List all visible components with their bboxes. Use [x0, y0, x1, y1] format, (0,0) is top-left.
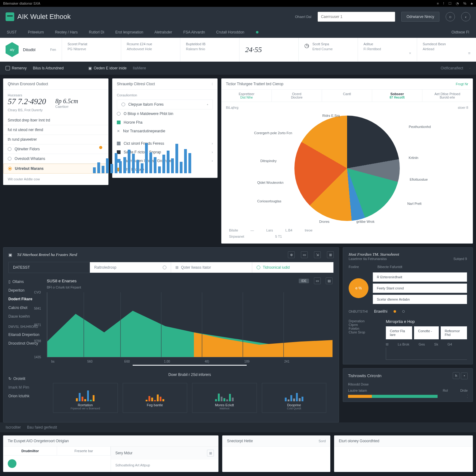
list-item[interactable]: ✕Nor Transardutinepeardie	[117, 127, 213, 135]
header-link[interactable]: Ohaerl Dal	[295, 15, 311, 19]
mini-card[interactable]: Feg bantle	[123, 383, 187, 413]
filter-cell[interactable]: ⊞Qoter liwass Itator	[171, 262, 252, 273]
field[interactable]: Feety Stant crond	[373, 284, 467, 293]
more-icon[interactable]: ⁝	[212, 82, 213, 86]
side-nav-item[interactable]: Orion Ictuthk	[8, 392, 42, 400]
panel-link[interactable]: Sutqed 9	[453, 257, 467, 261]
action-icon[interactable]: ▭	[301, 251, 308, 258]
tray-icon[interactable]: ☐	[448, 2, 452, 6]
mini-card[interactable]: DooprineCold Quridt	[262, 383, 327, 413]
dot-icon	[402, 310, 405, 313]
tab[interactable]: Cantl	[322, 90, 372, 102]
bullet-label: Braellhi	[374, 309, 387, 314]
nav-tab[interactable]: Priteelurn	[27, 30, 45, 34]
progress-bar	[348, 395, 468, 398]
chart-action-icon[interactable]: ▤	[326, 277, 333, 284]
menu-icon[interactable]: ≡	[468, 51, 470, 55]
field[interactable]: R Etrterenirdhwit	[373, 272, 467, 282]
crumb[interactable]: Bau faied gerfestit	[27, 425, 57, 430]
grid-label[interactable]: Fotebn	[349, 327, 380, 330]
crumb[interactable]: ▣Oeden E idoer inide	[88, 66, 126, 70]
search-input[interactable]	[318, 12, 395, 22]
nav-right[interactable]: Oidtwoe Fl	[450, 30, 470, 34]
tab[interactable]: Drudmiltor	[3, 447, 57, 455]
grid-label[interactable]: Ctprm	[349, 323, 380, 327]
radio-icon	[117, 112, 121, 116]
grid-label[interactable]: Cture Srop	[349, 330, 380, 334]
tab[interactable]: EspretteerDist Nihe	[222, 90, 272, 102]
list-item[interactable]: Ovestodt Whatans	[3, 154, 108, 164]
nav-tab[interactable]: Reotey / Hars	[54, 30, 79, 34]
list-item[interactable]: Smrdtot drep ltoer Innt trd	[3, 116, 108, 125]
action-icon[interactable]: ⊕	[288, 251, 295, 258]
side-nav-item[interactable]: Dodert Fikare	[8, 295, 42, 303]
action-icon[interactable]: ⇲	[314, 251, 321, 258]
field[interactable]: Scelsr dterere Ardabn	[373, 295, 467, 304]
crumb[interactable]: IlaMiere	[133, 66, 146, 70]
mini-card[interactable]: Mores EckdtWalrivot	[192, 383, 257, 413]
chevron-right-icon[interactable]: ›	[212, 159, 213, 163]
crumb-right[interactable]: Oidficanaflect	[441, 66, 463, 70]
list-item[interactable]: O Bitop n Matdewere Phbt bin	[117, 109, 213, 118]
filter-cell[interactable]: Tidroonical iudid	[252, 262, 333, 273]
chevron-icon[interactable]: ·	[469, 66, 470, 70]
list-item[interactable]: Clepyue ltalorn Fores◦	[117, 99, 213, 109]
tab-active[interactable]: Sobseer87 Hecotft	[372, 90, 422, 102]
input[interactable]: Conotte -	[414, 326, 439, 339]
panel-title: Host Frordten TM. Sturnohnret	[349, 252, 399, 257]
tab[interactable]: Freserte bar	[57, 447, 111, 455]
home-crumb[interactable]: Remervy	[6, 66, 27, 70]
tray-icon[interactable]: %	[463, 2, 466, 6]
nav-tab[interactable]: Erot lesprseation	[114, 30, 144, 34]
status-panel: Host Frordten TM. Sturnohnret Lasetrrer …	[343, 247, 473, 364]
close-icon[interactable]: ×	[409, 51, 411, 55]
stat-label: Ditodbl	[23, 47, 35, 52]
nav-tab[interactable]: FSA Alrvardn	[182, 30, 206, 34]
nav-tab[interactable]: SUST	[6, 30, 18, 34]
chart-action-icon[interactable]: ▭	[314, 277, 321, 284]
expand-icon[interactable]: ⊞	[207, 450, 214, 456]
stat-meta: Fen	[50, 48, 56, 51]
primary-action-button[interactable]: Odrwiarve Nrecy	[401, 12, 439, 22]
nav-tab[interactable]: Aletralsder	[153, 30, 173, 34]
action-icon[interactable]: ∘	[461, 372, 468, 379]
input[interactable]: Certor Fla lare	[386, 326, 412, 339]
axis-label: Ls Brok	[398, 342, 409, 346]
legend-item[interactable]: Horore Fha	[117, 118, 213, 127]
tray-icon[interactable]: ≡	[437, 2, 439, 6]
mini-card[interactable]: RorrtationFrpanod ver u Boersord	[53, 383, 118, 413]
help-icon[interactable]: ○	[446, 12, 455, 21]
filter-cell[interactable]: DATESST	[9, 262, 90, 273]
action-icon[interactable]: ⊞	[327, 251, 334, 258]
grid-label[interactable]: Drperation	[349, 319, 380, 323]
list-item[interactable]: Qtirwiter Fidors	[3, 144, 108, 154]
nav-tab[interactable]: Rutlorl Di	[88, 30, 105, 34]
list-item[interactable]: fut rst uteod ner tfend	[3, 125, 108, 135]
action-icon[interactable]: h	[453, 372, 460, 379]
side-nav-item[interactable]: Eitarodi Drepertion	[8, 330, 42, 339]
nav-tab[interactable]: Crutall Horoddon	[215, 30, 246, 34]
crumb[interactable]: Bilus ls Arbundned	[33, 66, 64, 70]
list-item[interactable]: th rund plaveetrer	[3, 135, 108, 144]
tray-icon[interactable]: !	[443, 2, 444, 6]
card-link[interactable]: Sord	[319, 439, 326, 443]
tab[interactable]: OcerdDioctore	[272, 90, 322, 102]
brand-icon	[6, 12, 14, 21]
filter-icon: ⊞	[175, 265, 178, 270]
card-footer: Wit couter Addte cow	[3, 174, 108, 185]
slider-track[interactable]	[133, 365, 247, 366]
user-icon[interactable]: ‹	[461, 12, 470, 21]
input[interactable]: Refeornor Fhd	[441, 326, 467, 339]
list-item-selected[interactable]: Urtrebut Marans	[3, 164, 108, 174]
chevron-right-icon[interactable]: ›	[212, 150, 213, 154]
side-nav-item[interactable]: Imark M Pim	[8, 383, 42, 392]
chevron-right-icon[interactable]: ›	[212, 141, 213, 146]
tray-icon[interactable]: ♣	[471, 2, 473, 6]
filter-cell[interactable]: Raltroledrosp	[90, 262, 171, 273]
card-link[interactable]: Frogt Nr	[456, 82, 468, 86]
tray-icon[interactable]: ◔	[456, 2, 459, 6]
crumb[interactable]: Iscroditer	[6, 425, 21, 430]
tab[interactable]: Aet Dtloe PritoedBurold erte	[422, 90, 473, 102]
side-nav-item[interactable]: Dauw koeihn	[8, 312, 42, 321]
badge: IDE	[299, 279, 309, 283]
